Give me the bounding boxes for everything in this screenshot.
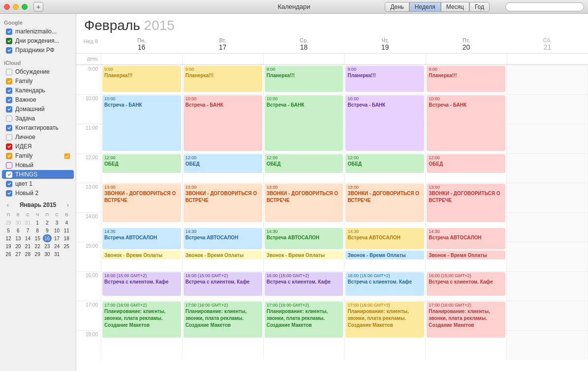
mini-cal-day[interactable]: 22 [33, 242, 42, 250]
mini-cal-day[interactable]: 13 [14, 234, 23, 242]
calendar-checkbox[interactable] [6, 190, 12, 197]
calendar-checkbox[interactable] [6, 143, 12, 150]
sidebar-item-contact[interactable]: Контактировать [2, 123, 74, 132]
sidebar-item-holidays[interactable]: Праздники РФ [2, 46, 74, 55]
day-col-mon[interactable]: 9:00 Планерка!!! 10:00 Встреча - БАНК 12… [101, 65, 182, 360]
allday-col-fri[interactable] [426, 54, 507, 64]
sidebar-item-marlenizm[interactable]: marlenizmailo... [2, 27, 74, 36]
event-cafe-mon[interactable]: 16:00 (15:00 GMT+2) Встреча с клиентом. … [102, 272, 181, 296]
sidebar-item-home[interactable]: Домашний [2, 105, 74, 114]
mini-cal-day[interactable]: 18 [62, 234, 71, 242]
mini-cal-day[interactable]: 17 [53, 234, 62, 242]
event-plannerka-tue[interactable]: 9:00 Планерка!!! [184, 66, 262, 92]
mini-cal-day[interactable]: 9 [43, 227, 52, 234]
calendar-checkbox[interactable] [6, 162, 12, 169]
event-cafe-wed[interactable]: 16:00 (15:00 GMT+2) Встреча с клиентом. … [265, 272, 343, 296]
event-payment-mon[interactable]: Звонок - Время Оплаты [102, 251, 181, 259]
event-lunch-thu[interactable]: 12:00 ОБЕД [345, 154, 424, 173]
mini-cal-day[interactable]: 3 [53, 219, 62, 227]
view-week-button[interactable]: Неделя [409, 2, 441, 12]
next-month-button[interactable]: › [64, 201, 72, 209]
sidebar-item-birthday[interactable]: Дни рождения... [2, 36, 74, 45]
event-calls-mon[interactable]: 13:00 ЗВОНКИ - ДОГОВОРИТЬСЯ О ВСТРЕЧЕ [102, 184, 181, 222]
add-calendar-button[interactable]: + [33, 2, 43, 12]
sidebar-item-new2[interactable]: Новый 2 [2, 189, 74, 198]
event-calls-thu[interactable]: 13:00 ЗВОНКИ - ДОГОВОРИТЬСЯ О ВСТРЕЧЕ [345, 184, 424, 222]
calendar-checkbox[interactable] [6, 153, 12, 159]
mini-cal-day[interactable]: 29 [33, 250, 42, 258]
day-col-sat[interactable] [506, 65, 588, 360]
event-planning-fri[interactable]: 17:00 (16:00 GMT+2) Планирование: клиент… [427, 302, 505, 338]
mini-cal-day[interactable]: 29 [4, 219, 13, 227]
mini-cal-day[interactable]: 10 [53, 227, 62, 234]
event-bank-tue[interactable]: 10:00 Встреча - БАНК [184, 95, 262, 151]
mini-cal-day[interactable]: 19 [4, 242, 13, 250]
event-lunch-fri[interactable]: 12:00 ОБЕД [427, 154, 505, 173]
event-planning-wed[interactable]: 17:00 (16:00 GMT+2) Планирование: клиент… [265, 302, 343, 338]
calendar-checkbox[interactable] [6, 47, 12, 54]
mini-cal-day[interactable]: 23 [43, 242, 52, 250]
mini-cal-day[interactable]: 12 [4, 234, 13, 242]
mini-cal-today[interactable]: 16 [43, 234, 52, 242]
view-year-button[interactable]: Год [469, 2, 490, 12]
mini-cal-day[interactable]: 2 [43, 219, 52, 227]
sidebar-item-calendar[interactable]: Календарь [2, 86, 74, 95]
event-payment-tue[interactable]: Звонок - Время Оплаты [184, 251, 262, 259]
allday-col-sat[interactable] [507, 54, 588, 64]
mini-cal-day[interactable]: 26 [4, 250, 13, 258]
calendar-checkbox[interactable] [6, 115, 12, 122]
event-auto-thu[interactable]: 14:30 Встреча АВТОСАЛОН [345, 228, 424, 249]
event-calls-wed[interactable]: 13:00 ЗВОНКИ - ДОГОВОРИТЬСЯ О ВСТРЕЧЕ [265, 184, 343, 222]
event-calls-fri[interactable]: 13:00 ЗВОНКИ - ДОГОВОРИТЬСЯ О ВСТРЕЧЕ [427, 184, 505, 222]
time-scroll-area[interactable]: 9:00 10:00 11:00 12:00 13:00 14:00 15:00… [76, 65, 588, 371]
mini-cal-day[interactable]: 20 [14, 242, 23, 250]
allday-col-tue[interactable] [182, 54, 263, 64]
event-payment-thu[interactable]: Звонок - Время Оплаты [345, 251, 424, 259]
minimize-button[interactable] [13, 4, 19, 10]
event-planning-tue[interactable]: 17:00 (16:00 GMT+2) Планирование: клиент… [184, 302, 262, 338]
calendar-checkbox[interactable] [6, 106, 12, 113]
mini-cal-day[interactable]: 30 [14, 219, 23, 227]
calendar-checkbox[interactable] [6, 125, 12, 131]
event-auto-fri[interactable]: 14:30 Встреча АВТОСАЛОН [427, 228, 505, 249]
sidebar-item-task[interactable]: Задача [2, 114, 74, 123]
calendar-checkbox[interactable] [6, 181, 12, 187]
sidebar-item-family2[interactable]: Family 📶 [2, 151, 74, 160]
sidebar-item-idea[interactable]: ИДЕЯ [2, 142, 74, 151]
day-col-fri[interactable]: 9:00 Планерка!!! 10:00 Встреча - БАНК 12… [425, 65, 506, 360]
day-col-wed[interactable]: 9:00 Планерка!!! 10:00 Встреча - БАНК 12… [263, 65, 344, 360]
allday-col-thu[interactable] [344, 54, 426, 64]
event-bank-mon[interactable]: 10:00 Встреча - БАНК [102, 95, 181, 151]
mini-cal-day[interactable]: 4 [62, 219, 71, 227]
view-month-button[interactable]: Месяц [441, 2, 469, 12]
mini-cal-day[interactable]: 27 [14, 250, 23, 258]
mini-cal-day[interactable]: 31 [23, 219, 32, 227]
event-cafe-fri[interactable]: 16:00 (15:00 GMT+2) Встреча с клиентом. … [427, 272, 505, 296]
search-input[interactable] [505, 2, 584, 11]
event-cafe-thu[interactable]: 16:00 (15:00 GMT+2) Встреча с клиентом. … [345, 272, 424, 296]
calendar-checkbox[interactable] [6, 38, 12, 44]
event-auto-tue[interactable]: 14:30 Встреча АВТОСАЛОН [184, 228, 262, 249]
day-col-tue[interactable]: 9:00 Планерка!!! 10:00 Встреча - БАНК 12… [182, 65, 263, 360]
mini-cal-day[interactable]: 7 [23, 227, 32, 234]
mini-cal-day[interactable]: 11 [62, 227, 71, 234]
mini-cal-day[interactable]: 8 [33, 227, 42, 234]
sidebar-item-discuss[interactable]: Обсуждение [2, 67, 74, 76]
close-button[interactable] [4, 4, 10, 10]
event-planning-thu[interactable]: 17:00 (16:00 GMT+2) Планирование: клиент… [345, 302, 424, 338]
event-cafe-tue[interactable]: 16:00 (15:00 GMT+2) Встреча с клиентом. … [184, 272, 262, 296]
mini-cal-day[interactable]: 15 [33, 234, 42, 242]
sidebar-item-new[interactable]: Новый [2, 161, 74, 170]
sidebar-item-important[interactable]: Важное [2, 95, 74, 104]
event-lunch-wed[interactable]: 12:00 ОБЕД [265, 154, 343, 173]
event-calls-tue[interactable]: 13:00 ЗВОНКИ - ДОГОВОРИТЬСЯ О ВСТРЕЧЕ [184, 184, 262, 222]
calendar-checkbox[interactable] [6, 171, 12, 178]
event-plannerka-thu[interactable]: 9:00 Планерка!!! [345, 66, 424, 92]
event-payment-wed[interactable]: Звонок - Время Оплаты [265, 251, 343, 259]
event-plannerka-wed[interactable]: 9:00 Планерка!!! [265, 66, 343, 92]
event-bank-thu[interactable]: 10:00 Встреча - БАНК [345, 95, 424, 151]
mini-cal-day[interactable]: 30 [43, 250, 52, 258]
sidebar-item-personal[interactable]: Личное [2, 133, 74, 142]
mini-cal-day[interactable]: 1 [33, 219, 42, 227]
calendar-checkbox[interactable] [6, 134, 12, 141]
